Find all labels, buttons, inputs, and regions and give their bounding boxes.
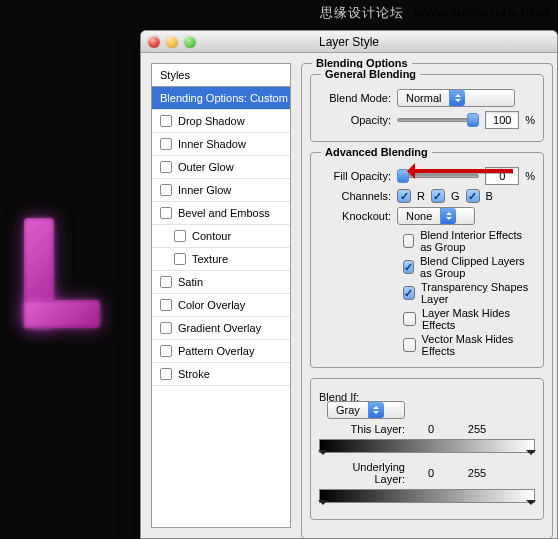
style-checkbox[interactable] — [160, 161, 172, 173]
opacity-slider[interactable] — [397, 113, 479, 127]
layer-style-dialog: Layer Style Styles Blending Options: Cus… — [140, 30, 558, 539]
styles-item[interactable]: Bevel and Emboss — [152, 202, 290, 225]
styles-item[interactable]: Inner Shadow — [152, 133, 290, 156]
watermark-en: WWW.MISSYUAN.COM — [414, 7, 550, 19]
style-checkbox[interactable] — [160, 184, 172, 196]
advanced-option-row: Layer Mask Hides Effects — [403, 307, 535, 331]
style-item-label: Gradient Overlay — [178, 322, 261, 334]
advanced-option-row: Blend Clipped Layers as Group — [403, 255, 535, 279]
styles-item[interactable]: Color Overlay — [152, 294, 290, 317]
styles-item[interactable]: Texture — [152, 248, 290, 271]
chevron-updown-icon — [440, 208, 456, 224]
general-blending-group: General Blending Blend Mode: Normal Opac… — [310, 74, 544, 142]
style-item-label: Blending Options: Custom — [160, 92, 288, 104]
style-item-label: Contour — [192, 230, 231, 242]
option-checkbox[interactable] — [403, 338, 416, 352]
style-checkbox[interactable] — [160, 322, 172, 334]
style-checkbox[interactable] — [160, 138, 172, 150]
style-item-label: Outer Glow — [178, 161, 234, 173]
general-blending-title: General Blending — [321, 68, 420, 80]
option-checkbox[interactable] — [403, 234, 414, 248]
dialog-title: Layer Style — [141, 31, 557, 53]
style-checkbox[interactable] — [174, 253, 186, 265]
style-item-label: Inner Shadow — [178, 138, 246, 150]
fill-opacity-input[interactable]: 0 — [485, 167, 519, 185]
underlying-layer-label: Underlying Layer: — [319, 461, 405, 485]
advanced-blending-group: Advanced Blending Fill Opacity: 0 % — [310, 152, 544, 368]
style-checkbox[interactable] — [160, 276, 172, 288]
styles-item[interactable]: Drop Shadow — [152, 110, 290, 133]
advanced-option-row: Blend Interior Effects as Group — [403, 229, 535, 253]
option-label: Layer Mask Hides Effects — [422, 307, 535, 331]
style-item-label: Drop Shadow — [178, 115, 245, 127]
option-label: Blend Clipped Layers as Group — [420, 255, 535, 279]
this-layer-label: This Layer: — [319, 423, 405, 435]
style-item-label: Texture — [192, 253, 228, 265]
styles-item[interactable]: Inner Glow — [152, 179, 290, 202]
option-checkbox[interactable] — [403, 286, 415, 300]
close-icon[interactable] — [148, 36, 160, 48]
watermark-cn: 思缘设计论坛 — [320, 5, 404, 20]
channel-b-checkbox[interactable] — [466, 189, 480, 203]
style-item-label: Satin — [178, 276, 203, 288]
style-item-label: Color Overlay — [178, 299, 245, 311]
style-item-label: Bevel and Emboss — [178, 207, 270, 219]
chevron-updown-icon — [449, 90, 465, 106]
minimize-icon[interactable] — [166, 36, 178, 48]
blend-mode-label: Blend Mode: — [319, 92, 391, 104]
advanced-option-row: Transparency Shapes Layer — [403, 281, 535, 305]
option-label: Blend Interior Effects as Group — [420, 229, 535, 253]
style-item-label: Stroke — [178, 368, 210, 380]
channel-g-checkbox[interactable] — [431, 189, 445, 203]
style-checkbox[interactable] — [160, 115, 172, 127]
style-item-label: Pattern Overlay — [178, 345, 254, 357]
opacity-label: Opacity: — [319, 114, 391, 126]
style-checkbox[interactable] — [160, 345, 172, 357]
fill-opacity-label: Fill Opacity: — [319, 170, 391, 182]
styles-item[interactable]: Outer Glow — [152, 156, 290, 179]
this-layer-gradient[interactable] — [319, 439, 535, 453]
option-checkbox[interactable] — [403, 312, 416, 326]
chevron-updown-icon — [368, 402, 384, 418]
knockout-select[interactable]: None — [397, 207, 475, 225]
fill-opacity-slider[interactable] — [397, 169, 479, 183]
blend-if-group: Blend If: Gray This Layer: 0 255 — [310, 378, 544, 520]
canvas-letter-l — [24, 218, 100, 328]
styles-item[interactable]: Stroke — [152, 363, 290, 386]
channels-label: Channels: — [319, 190, 391, 202]
blend-if-channel-select[interactable]: Gray — [327, 401, 405, 419]
style-checkbox[interactable] — [160, 207, 172, 219]
style-item-label: Inner Glow — [178, 184, 231, 196]
blending-options-group: Blending Options General Blending Blend … — [301, 63, 553, 538]
style-checkbox[interactable] — [160, 368, 172, 380]
option-label: Vector Mask Hides Effects — [422, 333, 535, 357]
watermark: 思缘设计论坛 WWW.MISSYUAN.COM — [320, 4, 550, 22]
styles-header[interactable]: Styles — [152, 64, 290, 87]
zoom-icon[interactable] — [184, 36, 196, 48]
styles-item[interactable]: Gradient Overlay — [152, 317, 290, 340]
styles-list: Styles Blending Options: CustomDrop Shad… — [151, 63, 291, 528]
blend-mode-select[interactable]: Normal — [397, 89, 515, 107]
styles-item[interactable]: Blending Options: Custom — [152, 87, 290, 110]
option-checkbox[interactable] — [403, 260, 414, 274]
style-checkbox[interactable] — [174, 230, 186, 242]
option-label: Transparency Shapes Layer — [421, 281, 535, 305]
advanced-blending-title: Advanced Blending — [321, 146, 432, 158]
underlying-layer-gradient[interactable] — [319, 489, 535, 503]
styles-item[interactable]: Satin — [152, 271, 290, 294]
knockout-label: Knockout: — [319, 210, 391, 222]
styles-item[interactable]: Pattern Overlay — [152, 340, 290, 363]
channel-r-checkbox[interactable] — [397, 189, 411, 203]
style-checkbox[interactable] — [160, 299, 172, 311]
opacity-input[interactable]: 100 — [485, 111, 519, 129]
advanced-option-row: Vector Mask Hides Effects — [403, 333, 535, 357]
window-controls — [148, 36, 196, 48]
styles-item[interactable]: Contour — [152, 225, 290, 248]
